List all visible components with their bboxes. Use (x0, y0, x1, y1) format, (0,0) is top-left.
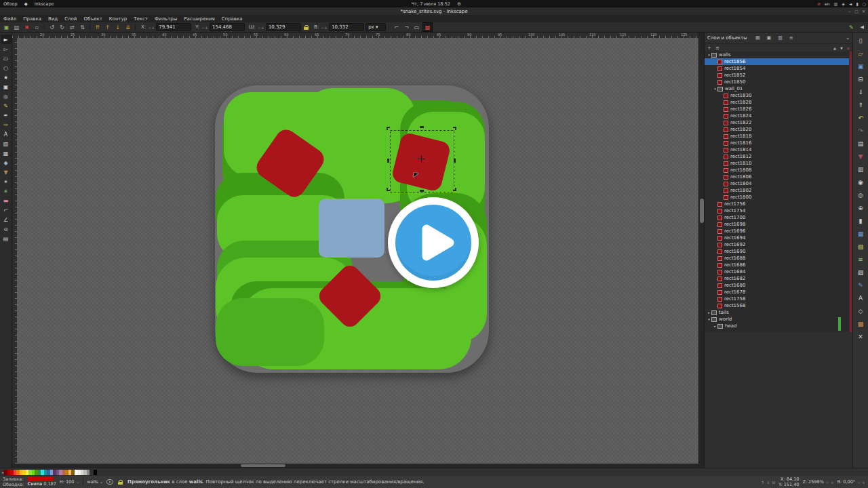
dock-mini-icon[interactable]: ⊟ (772, 480, 775, 485)
layer-tree-row-rect1700[interactable]: rect1700 (705, 214, 849, 221)
duplicate-icon[interactable]: ▥ (854, 163, 867, 176)
spray-tool[interactable]: ✳ (1, 186, 12, 196)
height-field[interactable]: 10,332 (329, 23, 364, 31)
tweak-tool[interactable]: ✴ (1, 177, 12, 186)
selection-handle[interactable] (453, 188, 456, 191)
layer-tree-row-rect1756[interactable]: rect1756 (705, 201, 849, 207)
menu-item-Слой[interactable]: Слой (61, 16, 80, 22)
layer-tree-row-rect1802[interactable]: rect1802 (705, 187, 849, 194)
height-field-spinner[interactable]: −+ (321, 25, 328, 30)
raise-top-icon[interactable]: ⇈ (93, 23, 102, 31)
connector-tool[interactable]: ⌐ (1, 205, 12, 215)
box-3d-tool[interactable]: ▣ (1, 82, 12, 92)
add-layer-icon[interactable]: + (707, 45, 711, 51)
menu-item-Файл[interactable]: Файл (0, 16, 20, 22)
blend-mode-icon[interactable]: ▤ (755, 35, 760, 41)
print-icon[interactable]: ⊟ (854, 73, 867, 85)
scrollbar-thumb[interactable] (241, 464, 285, 467)
pages-tool[interactable]: ▤ (1, 234, 12, 243)
node-tool[interactable]: ▻ (1, 44, 12, 54)
layer-tree-row-rect1684[interactable]: rect1684 (705, 268, 849, 275)
copy-icon[interactable]: ▤ (854, 137, 867, 150)
layer-tree-row-rect1678[interactable]: rect1678 (705, 289, 849, 296)
layer-tree-row-rect1828[interactable]: rect1828 (705, 99, 849, 106)
lower-bottom-icon[interactable]: ⇊ (123, 23, 132, 31)
window-minimize-button[interactable]: − (848, 9, 851, 14)
canvas[interactable]: ◤ (17, 38, 698, 464)
activities-button[interactable]: Обзор (0, 1, 21, 7)
selection-frame-icon[interactable]: ▫ (33, 23, 41, 31)
move-up-icon[interactable]: ▲ (833, 46, 836, 50)
layer-tree-row-rect1808[interactable]: rect1808 (705, 167, 849, 174)
expander-icon[interactable]: ▾ (713, 87, 717, 91)
expander-icon[interactable]: ▾ (707, 317, 711, 321)
layer-tree-row-rect1824[interactable]: rect1824 (705, 113, 849, 119)
unit-selector[interactable]: px ▾ (366, 23, 386, 31)
rotate-ccw-icon[interactable]: ↺ (47, 23, 56, 31)
layer-tree-row-rect1818[interactable]: rect1818 (705, 133, 849, 140)
import-icon[interactable]: ⇓ (854, 85, 867, 98)
palette-scroll-left[interactable]: ◂ (1, 470, 3, 474)
rotate-cw-icon[interactable]: ↻ (58, 23, 66, 31)
green-mid-bottom-left[interactable] (216, 298, 324, 366)
layer-tree-row-world[interactable]: ▾world (705, 316, 849, 323)
zoom-tool[interactable]: ⊙ (1, 224, 12, 234)
layer-tree-row-rect1856[interactable]: rect1856 (705, 58, 849, 65)
layer-tree-row-rect1758[interactable]: rect1758 (705, 296, 849, 302)
open-document-icon[interactable]: ▱ (854, 47, 867, 60)
object-properties-icon[interactable]: ▨ (854, 266, 867, 279)
layer-tree-row-rect1694[interactable]: rect1694 (705, 235, 849, 241)
layer-tree-row-rect1854[interactable]: rect1854 (705, 65, 849, 72)
highlight-color-icon[interactable]: ▣ (767, 35, 772, 41)
delete-object-icon[interactable]: ⊘ (847, 46, 850, 50)
snap-settings-icon[interactable]: ✎ (849, 24, 854, 30)
fill-stroke-dialog-icon[interactable]: ▮ (854, 214, 867, 227)
paint-bucket-tool[interactable]: ▼ (1, 167, 12, 177)
menu-item-Контур[interactable]: Контур (106, 16, 131, 22)
selection-handle[interactable] (454, 159, 456, 163)
zoom-selection-icon[interactable]: ⊕ (854, 201, 867, 214)
menu-item-Расширения[interactable]: Расширения (180, 16, 218, 22)
layer-tree-row-rect1820[interactable]: rect1820 (705, 126, 849, 133)
pencil-tool[interactable]: ✎ (1, 101, 12, 110)
menu-item-Фильтры[interactable]: Фильтры (151, 16, 180, 22)
expander-icon[interactable]: ▸ (713, 324, 717, 328)
opacity-control[interactable]: Н:100− (60, 479, 80, 485)
layer-tree-row-head[interactable]: ▸head (705, 323, 849, 329)
export-icon[interactable]: ⇑ (854, 98, 867, 111)
y-field[interactable]: 154,468 (210, 23, 245, 31)
layer-tree-row-rect1826[interactable]: rect1826 (705, 106, 849, 113)
panel-collapse-arrow[interactable]: ◀ (861, 24, 864, 30)
rotation-center-crosshair[interactable] (418, 155, 425, 163)
ellipse-tool[interactable]: ○ (1, 63, 12, 73)
keyboard-layout-indicator[interactable]: en (823, 1, 832, 6)
pen-tool[interactable]: ✒ (1, 110, 12, 120)
power-icon[interactable]: ○ (861, 1, 868, 6)
cut-icon[interactable]: ✕ (854, 330, 867, 343)
layer-tree-row-tails[interactable]: ▸tails (705, 309, 849, 316)
rectangle-tool[interactable]: ▭ (1, 54, 12, 63)
selection-handle[interactable] (420, 190, 424, 192)
network-icon[interactable]: ◈ (840, 1, 847, 6)
menu-item-Текст[interactable]: Текст (130, 16, 151, 22)
group-icon[interactable]: ▦ (854, 227, 867, 240)
dock-mini-icon[interactable]: ↓ (766, 480, 770, 485)
chevron-down-icon[interactable]: ⌄ (846, 35, 850, 41)
layer-tree-row-rect1812[interactable]: rect1812 (705, 153, 849, 160)
calligraphy-tool[interactable]: ✑ (1, 120, 12, 129)
window-close-button[interactable]: ✕ (862, 9, 865, 14)
pencil-settings-icon[interactable]: ✎ (854, 279, 867, 291)
text-dialog-icon[interactable]: A (854, 291, 867, 304)
zoom-control[interactable]: Z:2598%− + (802, 479, 833, 485)
ungroup-icon[interactable]: ▧ (854, 240, 867, 253)
width-field[interactable]: 10,329 (266, 23, 301, 31)
move-down-icon[interactable]: ▼ (840, 46, 843, 50)
undo-icon[interactable]: ↶ (854, 111, 867, 124)
layer-tree-row-rect1822[interactable]: rect1822 (705, 119, 849, 126)
x-field[interactable]: 79,941 (156, 23, 191, 31)
menu-item-Правка[interactable]: Правка (20, 16, 45, 22)
menu-item-Объект[interactable]: Объект (80, 16, 105, 22)
raise-icon[interactable]: ↑ (103, 23, 112, 31)
filter-icon[interactable]: ▥ (778, 35, 783, 41)
xml-editor-icon[interactable]: ◇ (854, 304, 867, 317)
